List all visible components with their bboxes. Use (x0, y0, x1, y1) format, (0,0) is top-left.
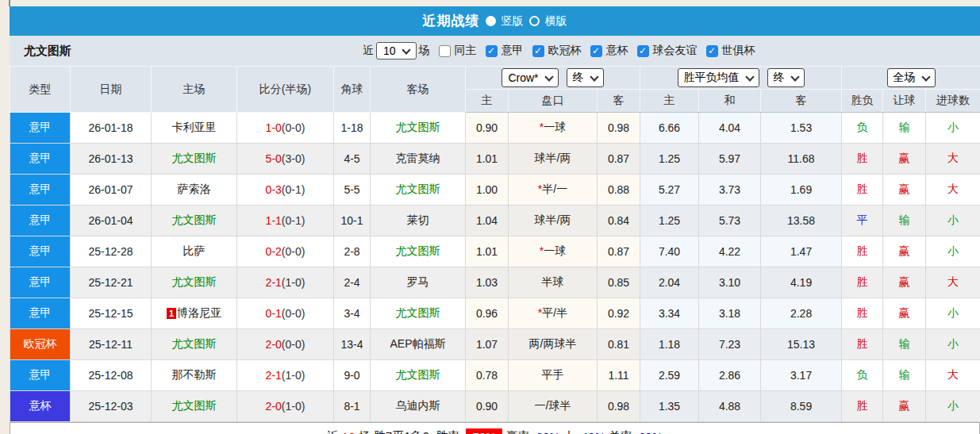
avg-win-odds: 5.27 (640, 175, 699, 205)
avg-win-odds: 1.18 (640, 329, 699, 360)
fulltime-score: 1-1 (266, 214, 282, 227)
match-date: 26-01-13 (71, 144, 152, 175)
home-team-name[interactable]: 尤文图斯 (172, 275, 217, 288)
away-team-name[interactable]: 尤文图斯 (396, 182, 440, 195)
home-team: 比萨 (152, 236, 237, 267)
home-team-name[interactable]: 那不勒斯 (172, 368, 217, 381)
avg-lose-odds: 2.28 (761, 298, 842, 329)
col-header-type: 类型 (10, 67, 71, 113)
away-team-name[interactable]: 莱切 (407, 213, 429, 226)
scope-select[interactable]: 全场 (887, 68, 936, 87)
home-team-name[interactable]: 尤文图斯 (172, 399, 217, 412)
result-wdl: 胜 (842, 144, 883, 175)
home-team-name[interactable]: 博洛尼亚 (177, 306, 221, 319)
type-badge: 欧冠杯 (10, 329, 71, 360)
fulltime-score: 0-3 (266, 183, 282, 196)
halftime-score: (0-0) (282, 121, 306, 134)
avg-draw-odds: 5.97 (699, 144, 761, 175)
away-team-name[interactable]: 尤文图斯 (396, 244, 440, 257)
home-team: 尤文图斯 (152, 391, 237, 422)
away-odds: 0.84 (598, 205, 640, 236)
league-checkbox-cwc[interactable] (706, 45, 718, 57)
avg-win-odds: 7.40 (640, 236, 699, 267)
away-team-name[interactable]: 乌迪内斯 (396, 399, 440, 412)
corner-score: 3-4 (334, 298, 371, 329)
away-team: 尤文图斯 (371, 113, 466, 144)
col-header-result-handicap: 让球 (883, 90, 926, 113)
same-home-checkbox[interactable] (439, 45, 451, 57)
summary-part: 赢率: (505, 429, 532, 434)
wdl-avg-select[interactable]: 胜平负均值 (678, 68, 759, 87)
col-header-home: 主场 (152, 67, 237, 113)
home-team-name[interactable]: 萨索洛 (178, 182, 211, 195)
odds-time-select-1[interactable]: 终 (567, 68, 604, 87)
away-team-name[interactable]: 克雷莫纳 (396, 152, 440, 164)
home-odds: 0.78 (466, 360, 509, 391)
fulltime-score: 0-2 (266, 245, 282, 258)
home-team-name[interactable]: 比萨 (183, 244, 206, 257)
home-team-name[interactable]: 尤文图斯 (172, 213, 217, 226)
league-label-friendly: 球会友谊 (653, 44, 698, 58)
home-team-name[interactable]: 尤文图斯 (172, 152, 217, 164)
avg-draw-odds: 3.18 (699, 298, 761, 329)
result-handicap: 赢 (883, 391, 926, 422)
avg-win-odds: 1.35 (640, 391, 699, 422)
avg-win-odds: 3.34 (640, 298, 699, 329)
vertical-layout-radio[interactable] (486, 16, 496, 26)
avg-lose-odds: 11.68 (761, 144, 842, 175)
away-odds: 0.87 (598, 144, 640, 175)
handicap-line: 球半/两 (509, 205, 598, 236)
fulltime-score: 2-1 (266, 276, 282, 289)
halftime-score: (3-0) (282, 152, 306, 165)
corner-score: 10-1 (334, 205, 371, 236)
handicap-line: 一/球半 (509, 391, 598, 422)
home-odds: 1.07 (466, 329, 509, 360)
vertical-layout-label[interactable]: 竖版 (502, 14, 524, 29)
result-handicap: 赢 (883, 298, 926, 329)
match-date: 25-12-15 (71, 298, 152, 329)
odds-time-select-2[interactable]: 终 (767, 68, 805, 87)
odds-company-select[interactable]: Crow* (502, 68, 558, 87)
horizontal-layout-radio[interactable] (529, 16, 540, 26)
horizontal-layout-label[interactable]: 横版 (545, 14, 567, 29)
type-badge: 意甲 (10, 267, 71, 298)
result-handicap: 赢 (883, 267, 926, 298)
home-team-name[interactable]: 卡利亚里 (172, 121, 217, 133)
halftime-score: (0-0) (282, 338, 306, 351)
match-count-select[interactable]: 10 (376, 42, 417, 60)
table-row: 意杯 25-12-03 尤文图斯 2-0(1-0) 8-1 乌迪内斯 0.90 … (10, 391, 980, 422)
result-handicap: 输 (883, 113, 926, 144)
avg-lose-odds: 3.17 (761, 360, 842, 391)
halftime-score: (0-1) (282, 214, 306, 227)
result-wdl: 胜 (842, 175, 883, 205)
corner-score: 13-4 (334, 329, 371, 360)
league-label-cwc: 世俱杯 (722, 44, 755, 58)
avg-lose-odds: 1.53 (761, 113, 842, 144)
league-checkbox-serie-a[interactable] (486, 45, 498, 57)
halftime-score: (0-0) (282, 245, 306, 258)
away-team-name[interactable]: 尤文图斯 (396, 368, 440, 381)
avg-lose-odds: 15.13 (761, 329, 842, 360)
home-team-name[interactable]: 尤文图斯 (172, 337, 217, 350)
league-checkbox-ucl[interactable] (532, 45, 544, 57)
chevron-down-icon (921, 72, 930, 81)
avg-win-odds: 6.66 (640, 113, 699, 144)
fulltime-score: 0-1 (266, 307, 282, 320)
result-goals: 小 (926, 236, 980, 267)
away-team: 莱切 (371, 205, 466, 236)
away-team-name[interactable]: AEP帕福斯 (390, 337, 445, 350)
corner-score: 8-1 (334, 391, 371, 422)
avg-draw-odds: 2.86 (699, 360, 761, 391)
league-checkbox-friendly[interactable] (637, 45, 649, 57)
match-date: 26-01-04 (71, 205, 152, 236)
away-team-name[interactable]: 尤文图斯 (396, 306, 440, 319)
type-badge: 意杯 (10, 391, 71, 422)
away-team-name[interactable]: 尤文图斯 (396, 121, 440, 133)
result-goals: 大 (926, 144, 980, 175)
col-header-score: 比分(半场) (237, 67, 334, 113)
away-team-name[interactable]: 罗马 (407, 275, 429, 288)
league-checkbox-coppa[interactable] (590, 45, 602, 57)
result-wdl: 胜 (842, 236, 883, 267)
win-rate-badge: 70% (466, 428, 502, 434)
handicap-line: *平/半 (509, 298, 598, 329)
